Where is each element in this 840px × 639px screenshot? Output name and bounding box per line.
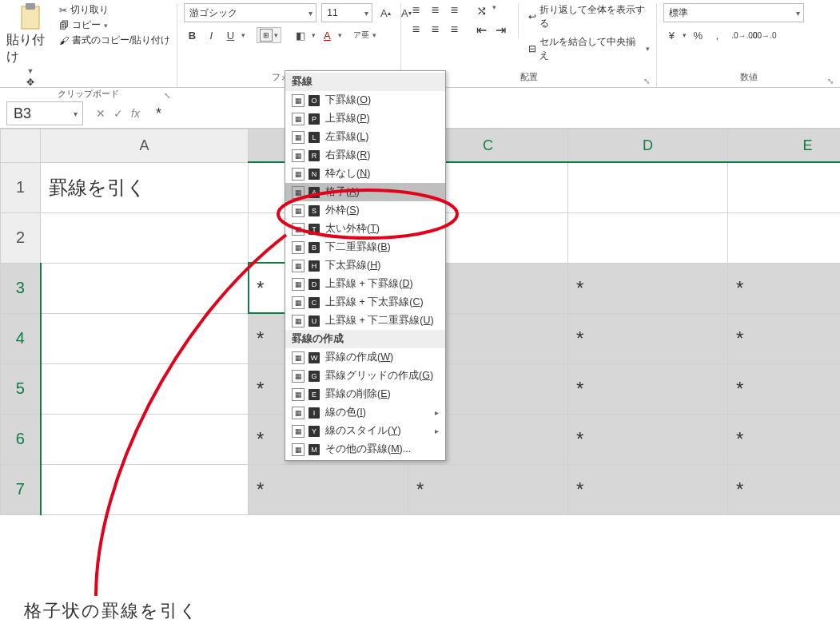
- font-color-button[interactable]: A: [319, 27, 335, 43]
- align-left-button[interactable]: ≡: [408, 22, 424, 37]
- name-box[interactable]: B3: [6, 101, 83, 125]
- bold-button[interactable]: B: [184, 27, 200, 43]
- keytip: H: [309, 260, 320, 272]
- comma-button[interactable]: ,: [709, 27, 725, 43]
- italic-button[interactable]: I: [203, 27, 219, 43]
- select-all-corner[interactable]: [1, 129, 41, 163]
- cell-A6[interactable]: [41, 414, 249, 464]
- copy-button[interactable]: 🗐コピー▾: [59, 18, 170, 32]
- border-item-icon: ▦: [292, 131, 305, 144]
- accounting-format-button[interactable]: ¥: [663, 27, 679, 43]
- cell-E3[interactable]: *: [728, 263, 841, 313]
- cell-E6[interactable]: *: [728, 414, 841, 464]
- cut-button[interactable]: ✂切り取り: [59, 3, 170, 17]
- border-menu-item-N[interactable]: ▦N枠なし(N): [285, 165, 445, 183]
- border-menu-item-L[interactable]: ▦L左罫線(L): [285, 128, 445, 146]
- border-menu-item-G[interactable]: ▦G罫線グリッドの作成(G): [285, 367, 445, 385]
- align-bottom-button[interactable]: ≡: [446, 3, 462, 18]
- border-menu-item-C[interactable]: ▦C上罫線 + 下太罫線(C): [285, 293, 445, 312]
- border-menu-item-U[interactable]: ▦U上罫線 + 下二重罫線(U): [285, 312, 445, 330]
- border-menu-item-E[interactable]: ▦E罫線の削除(E): [285, 385, 445, 403]
- cell-D4[interactable]: *: [568, 313, 728, 363]
- cell-D3[interactable]: *: [568, 263, 728, 313]
- border-menu-item-P[interactable]: ▦P上罫線(P): [285, 109, 445, 128]
- cell-E2[interactable]: [728, 212, 841, 263]
- cell-E7[interactable]: *: [728, 464, 841, 514]
- cell-A7[interactable]: [41, 464, 249, 514]
- cell-A1[interactable]: 罫線を引く: [41, 162, 249, 212]
- decrease-indent-button[interactable]: ⇤: [473, 22, 489, 37]
- cell-D1[interactable]: [568, 162, 728, 212]
- border-item-icon: ▦: [292, 94, 305, 107]
- border-menu-item-S[interactable]: ▦S外枠(S): [285, 201, 445, 220]
- paste-button[interactable]: 貼り付け ▼ ✥: [6, 3, 54, 88]
- merge-center-button[interactable]: ⊟セルを結合して中央揃え▾: [528, 35, 650, 62]
- align-middle-button[interactable]: ≡: [427, 3, 443, 18]
- keytip: Y: [309, 426, 320, 437]
- cell-D2[interactable]: [568, 212, 728, 263]
- wrap-text-button[interactable]: ↩折り返して全体を表示する: [528, 3, 650, 30]
- cell-E1[interactable]: [728, 162, 841, 212]
- border-menu-item-H[interactable]: ▦H下太罫線(H): [285, 256, 445, 275]
- border-menu-item-B[interactable]: ▦B下二重罫線(B): [285, 238, 445, 256]
- orientation-button[interactable]: ⤭: [473, 3, 489, 18]
- name-box-value: B3: [14, 105, 31, 122]
- dialog-launcher-icon[interactable]: ⤡: [164, 91, 170, 100]
- number-format-select[interactable]: 標準: [663, 3, 804, 22]
- col-header-D[interactable]: D: [568, 129, 728, 163]
- border-menu-item-W[interactable]: ▦W罫線の作成(W): [285, 348, 445, 367]
- menu-item-label: 格子(A): [325, 185, 360, 199]
- border-menu-item-Y[interactable]: ▦Y線のスタイル(Y)▸: [285, 422, 445, 440]
- cell-C7[interactable]: *: [408, 464, 568, 514]
- cell-E4[interactable]: *: [728, 313, 841, 363]
- dialog-launcher-icon[interactable]: ⤡: [827, 77, 834, 85]
- row-header-3[interactable]: 3: [1, 263, 41, 313]
- phonetic-button[interactable]: ア亜: [353, 27, 369, 43]
- dialog-launcher-icon[interactable]: ⤡: [643, 77, 650, 85]
- border-menu-item-D[interactable]: ▦D上罫線 + 下罫線(D): [285, 275, 445, 293]
- row-header-6[interactable]: 6: [1, 414, 41, 464]
- group-number: 標準 ¥▾ % , .0→.00 .00→.0 数値⤡: [656, 3, 840, 87]
- format-painter-button[interactable]: 🖌書式のコピー/貼り付け: [59, 34, 170, 47]
- row-header-5[interactable]: 5: [1, 363, 41, 414]
- align-center-button[interactable]: ≡: [427, 22, 443, 37]
- row-header-4[interactable]: 4: [1, 313, 41, 363]
- cell-B7[interactable]: *: [249, 464, 408, 514]
- cancel-button[interactable]: ✕: [96, 107, 105, 120]
- font-name-select[interactable]: 游ゴシック: [184, 3, 316, 22]
- border-menu-item-M[interactable]: ▦Mその他の罫線(M)...: [285, 440, 445, 458]
- decrease-decimal-button[interactable]: .00→.0: [755, 27, 771, 43]
- increase-font-button[interactable]: A▴: [377, 5, 393, 21]
- border-menu-item-R[interactable]: ▦R右罫線(R): [285, 146, 445, 165]
- font-size-select[interactable]: 11: [321, 3, 372, 22]
- cell-D7[interactable]: *: [568, 464, 728, 514]
- formula-input[interactable]: *: [156, 105, 161, 122]
- cell-A4[interactable]: [41, 313, 249, 363]
- cell-E5[interactable]: *: [728, 363, 841, 414]
- border-menu-item-A[interactable]: ▦A格子(A): [285, 183, 445, 201]
- paste-dropdown-icon[interactable]: ▼: [27, 67, 34, 75]
- row-header-1[interactable]: 1: [1, 162, 41, 212]
- cell-A2[interactable]: [41, 212, 249, 263]
- col-header-E[interactable]: E: [728, 129, 841, 163]
- row-header-7[interactable]: 7: [1, 464, 41, 514]
- border-menu-item-T[interactable]: ▦T太い外枠(T): [285, 220, 445, 238]
- increase-indent-button[interactable]: ⇥: [492, 22, 508, 37]
- enter-button[interactable]: ✓: [113, 107, 123, 120]
- borders-button[interactable]: ⊞▾: [257, 27, 281, 43]
- cell-D6[interactable]: *: [568, 414, 728, 464]
- border-menu-item-I[interactable]: ▦I線の色(I)▸: [285, 403, 445, 422]
- align-top-button[interactable]: ≡: [408, 3, 424, 18]
- cell-A5[interactable]: [41, 363, 249, 414]
- fx-button[interactable]: fx: [131, 107, 140, 120]
- align-right-button[interactable]: ≡: [446, 22, 462, 37]
- underline-button[interactable]: U: [222, 27, 238, 43]
- fill-color-button[interactable]: ◧: [293, 27, 309, 43]
- menu-item-label: 上罫線 + 下二重罫線(U): [325, 314, 434, 327]
- col-header-A[interactable]: A: [41, 129, 249, 163]
- row-header-2[interactable]: 2: [1, 212, 41, 263]
- border-menu-item-O[interactable]: ▦O下罫線(O): [285, 91, 445, 109]
- cell-D5[interactable]: *: [568, 363, 728, 414]
- percent-button[interactable]: %: [690, 27, 706, 43]
- cell-A3[interactable]: [41, 263, 249, 313]
